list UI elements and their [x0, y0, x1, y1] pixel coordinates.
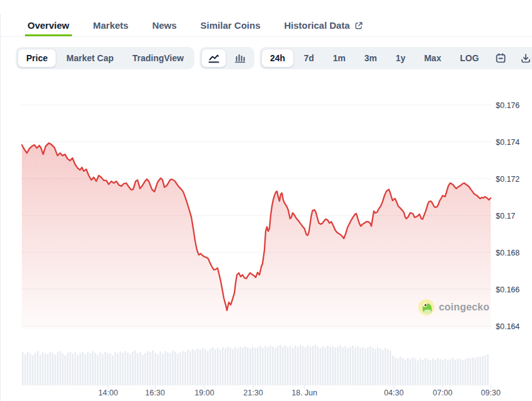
- range-1m-button[interactable]: 1m: [324, 49, 354, 67]
- tab-bar: Overview Markets News Similar Coins Hist…: [0, 14, 532, 37]
- volume-bar: [84, 354, 86, 385]
- volume-bar: [297, 347, 299, 385]
- volume-bar: [484, 355, 486, 385]
- volume-bar: [324, 347, 326, 385]
- volume-bar: [124, 351, 126, 385]
- volume-bar: [389, 350, 391, 385]
- candlestick-chart-type-button[interactable]: [228, 49, 253, 67]
- volume-bar: [452, 358, 454, 385]
- volume-bar: [167, 352, 169, 385]
- volume-bar: [382, 350, 384, 385]
- y-axis-label: $0.17: [496, 212, 515, 220]
- volume-bar: [169, 353, 171, 385]
- volume-bar: [437, 358, 439, 385]
- y-axis-label: $0.172: [496, 175, 519, 184]
- volume-bar: [142, 355, 144, 385]
- range-max-button[interactable]: Max: [415, 49, 449, 67]
- volume-bar: [197, 349, 199, 385]
- volume-bar: [182, 351, 184, 385]
- tab-similar-coins[interactable]: Similar Coins: [198, 14, 263, 36]
- volume-bar: [397, 359, 399, 385]
- volume-bar: [314, 345, 316, 385]
- volume-bar: [277, 346, 279, 385]
- volume-bar: [457, 359, 459, 385]
- volume-bar: [189, 351, 191, 385]
- volume-bar: [304, 347, 306, 385]
- volume-bar: [334, 347, 336, 385]
- volume-bar: [342, 347, 344, 385]
- volume-bar: [62, 354, 64, 385]
- range-1y-button[interactable]: 1y: [387, 49, 414, 67]
- market-cap-button[interactable]: Market Cap: [58, 49, 122, 67]
- volume-bar: [407, 358, 409, 385]
- tradingview-button[interactable]: TradingView: [124, 49, 193, 67]
- volume-bar: [292, 348, 294, 385]
- range-24h-button[interactable]: 24h: [261, 49, 294, 67]
- volume-bar: [249, 349, 251, 385]
- volume-bar: [119, 352, 121, 385]
- tab-markets[interactable]: Markets: [91, 14, 131, 36]
- price-line: [22, 143, 491, 310]
- volume-bar: [344, 346, 346, 385]
- volume-bar: [302, 346, 304, 385]
- download-chart-button[interactable]: [514, 49, 532, 67]
- volume-bar: [369, 346, 371, 385]
- volume-bar: [69, 352, 71, 385]
- volume-bar: [162, 354, 164, 385]
- volume-bar: [102, 354, 104, 385]
- volume-bar: [99, 352, 101, 385]
- calendar-icon: [495, 52, 506, 64]
- volume-bar: [107, 353, 109, 385]
- volume-bar: [172, 350, 174, 385]
- volume-bar: [139, 352, 141, 385]
- y-axis-label: $0.174: [496, 138, 519, 147]
- range-7d-button[interactable]: 7d: [295, 49, 323, 67]
- volume-bar: [152, 350, 154, 385]
- volume-bar: [24, 354, 26, 385]
- volume-bar: [247, 347, 249, 385]
- tab-overview[interactable]: Overview: [25, 14, 72, 36]
- volume-bar: [234, 347, 236, 385]
- tab-news[interactable]: News: [149, 14, 179, 36]
- volume-bar: [89, 354, 91, 385]
- y-axis-label: $0.176: [496, 101, 519, 110]
- volume-bar: [117, 354, 119, 385]
- volume-bar: [387, 349, 389, 385]
- date-picker-button[interactable]: [489, 49, 513, 67]
- volume-bar: [64, 355, 66, 385]
- volume-bar: [447, 360, 449, 385]
- tab-historical-data[interactable]: Historical Data: [281, 14, 365, 36]
- panel-left-border: [0, 14, 1, 401]
- volume-bar: [132, 352, 134, 385]
- volume-bar: [432, 359, 434, 385]
- volume-bar: [362, 347, 364, 385]
- volume-bar: [319, 348, 321, 385]
- volume-bar: [177, 354, 179, 385]
- volume-bar: [42, 352, 44, 385]
- volume-bar: [227, 347, 229, 385]
- volume-bar: [254, 348, 256, 385]
- volume-bar: [147, 351, 149, 385]
- volume-bar: [74, 352, 76, 385]
- x-axis-label: 09:30: [481, 389, 500, 397]
- line-chart-type-button[interactable]: [201, 49, 226, 67]
- log-scale-button[interactable]: LOG: [451, 49, 488, 67]
- volume-bar: [272, 347, 274, 385]
- volume-bar: [92, 351, 94, 385]
- volume-bar: [474, 358, 476, 385]
- volume-bar: [127, 352, 129, 385]
- volume-bar: [477, 357, 479, 385]
- volume-bar: [194, 350, 196, 385]
- x-axis-label: 07:00: [433, 389, 452, 397]
- volume-bar: [384, 348, 386, 385]
- volume-bar: [244, 346, 246, 385]
- volume-bar: [59, 351, 61, 385]
- volume-bar: [137, 354, 139, 385]
- range-3m-button[interactable]: 3m: [356, 49, 386, 67]
- candlestick-chart-icon: [234, 53, 246, 64]
- volume-bar: [472, 357, 474, 385]
- volume-bar: [464, 359, 466, 385]
- volume-bar: [232, 349, 234, 385]
- price-button[interactable]: Price: [18, 49, 56, 67]
- volume-bar: [419, 359, 421, 385]
